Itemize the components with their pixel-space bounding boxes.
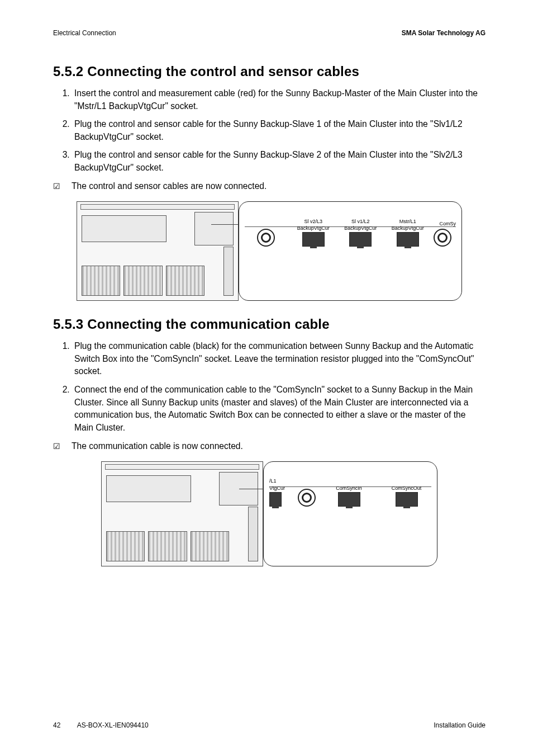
figure-552: Sl v2/L3 BackupVtgCur Sl v1/L2 BackupVtg… [77,201,462,301]
page-number: 42 [53,721,60,729]
step-item: Plug the control and sensor cable for th… [72,149,486,174]
ground-terminal-icon: ComSy [434,221,456,247]
check-icon: ☑ [53,441,63,452]
socket-comsyncout: ComSyncOut [382,485,431,507]
figure-552-detail: Sl v2/L3 BackupVtgCur Sl v1/L2 BackupVtg… [239,201,462,301]
ground-terminal-icon [297,481,316,507]
rj-socket-icon [269,492,282,507]
ground-terminal-icon [245,221,288,247]
socket-cut-left: /L1 VtgCur [269,478,289,507]
page-footer: 42 AS-BOX-XL-IEN094410 Installation Guid… [53,721,486,729]
step-item: Plug the communication cable (black) for… [72,340,486,378]
result-552: ☑ The control and sensor cables are now … [53,180,486,193]
rj-socket-icon [397,232,419,247]
rj-socket-icon [302,232,325,247]
rj-socket-icon [349,232,372,247]
section-heading-553: 5.5.3 Connecting the communication cable [53,316,486,332]
footer-right: Installation Guide [434,721,486,729]
running-header-left: Electrical Connection [53,29,116,37]
step-item: Connect the end of the communication cab… [72,384,486,434]
figure-553-enclosure [101,461,263,566]
running-header: Electrical Connection SMA Solar Technolo… [53,29,486,37]
step-item: Insert the control and measurement cable… [72,87,486,112]
figure-553: /L1 VtgCur ComSyncIn ComSyncOut [101,461,437,566]
socket-slv1: Sl v1/L2 BackupVtgCur [339,219,382,247]
socket-slv2: Sl v2/L3 BackupVtgCur [292,219,335,247]
figure-552-enclosure [77,201,239,301]
result-text: The communication cable is now connected… [72,440,243,453]
result-text: The control and sensor cables are now co… [72,180,266,193]
step-item: Plug the control and sensor cable for th… [72,118,486,143]
check-icon: ☑ [53,181,63,192]
section-heading-552: 5.5.2 Connecting the control and sensor … [53,64,486,79]
result-553: ☑ The communication cable is now connect… [53,440,486,453]
doc-id: AS-BOX-XL-IEN094410 [77,721,149,729]
rj-socket-icon [338,492,360,507]
running-header-right: SMA Solar Technology AG [402,29,486,37]
socket-mstr: Mstr/L1 BackupVtgCur [387,219,430,247]
figure-553-detail: /L1 VtgCur ComSyncIn ComSyncOut [263,461,437,566]
rj-socket-icon [396,492,418,507]
steps-552: Insert the control and measurement cable… [53,87,486,174]
steps-553: Plug the communication cable (black) for… [53,340,486,434]
socket-comsyncin: ComSyncIn [324,485,374,507]
